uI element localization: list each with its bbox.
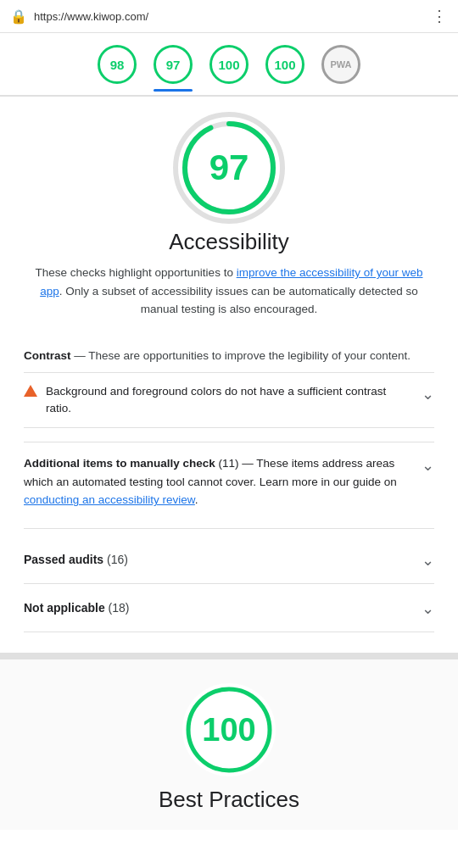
tab-seo-indicator [265,89,304,92]
performance-score-circle: 98 [98,45,137,84]
lock-icon: 🔒 [10,8,27,25]
contrast-description: — These are opportunities to improve the… [71,349,411,362]
tab-seo[interactable]: 100 [259,42,311,95]
contrast-label: Contrast [24,349,71,362]
contrast-section-header: Contrast — These are opportunities to im… [24,349,434,365]
audit-text: Background and foreground colors do not … [46,383,415,418]
manual-check-desc-end: . [195,493,198,506]
section-divider-3 [24,632,434,632]
address-bar-left: 🔒 https://www.kiwop.com/ [10,8,148,25]
audit-item-left: Background and foreground colors do not … [24,383,415,418]
pwa-score-circle: PWA [321,45,360,84]
not-applicable-chevron-icon: ⌄ [422,599,434,618]
tab-accessibility-indicator [154,89,193,92]
passed-audits-text: Passed audits (16) [24,553,128,566]
section-divider-1 [24,528,434,529]
manual-check-header: Additional items to manually check (11) … [24,454,434,509]
main-content: 97 Accessibility These checks highlight … [0,97,458,653]
menu-dots-icon[interactable]: ⋮ [432,7,448,25]
best-practices-score-circle: 100 [209,45,249,84]
manual-check-chevron-icon: ⌄ [422,456,434,475]
passed-audits-row[interactable]: Passed audits (16) ⌄ [24,536,434,583]
manual-check-count-value: (11) [219,457,239,470]
tab-best-practices[interactable]: 100 [203,42,255,95]
tab-accessibility[interactable]: 97 [147,42,199,95]
best-practices-title: Best Practices [159,787,299,813]
big-score-circle: 97 [178,117,280,219]
not-applicable-text: Not applicable (18) [24,601,129,615]
best-practices-score-circle-large: 100 [182,683,276,776]
contrast-audit-item[interactable]: Background and foreground colors do not … [24,372,434,429]
passed-audits-chevron-icon: ⌄ [422,551,434,570]
address-bar: 🔒 https://www.kiwop.com/ ⋮ [0,0,458,33]
description-text-before: These checks highlight opportunities to [36,266,237,279]
passed-audits-count-value: (16) [107,553,128,566]
manual-check-section[interactable]: Additional items to manually check (11) … [24,442,434,521]
url-text: https://www.kiwop.com/ [34,10,148,23]
manual-check-label: Additional items to manually check [24,457,215,470]
tab-performance[interactable]: 98 [91,42,143,95]
seo-score-circle: 100 [265,45,304,84]
score-tabs: 98 97 100 100 PWA [0,33,458,95]
passed-audits-label: Passed audits [24,553,103,566]
not-applicable-label: Not applicable [24,601,105,615]
accessibility-review-link[interactable]: conducting an accessibility review [24,493,195,506]
tab-performance-indicator [98,89,137,92]
chevron-down-icon: ⌄ [422,385,434,403]
best-practices-section: 100 Best Practices [0,653,458,830]
not-applicable-row[interactable]: Not applicable (18) ⌄ [24,584,434,632]
tab-pwa-indicator [321,89,360,92]
tab-best-practices-indicator [209,89,249,92]
warning-triangle-icon [24,385,37,397]
section-title: Accessibility [169,229,289,255]
score-display: 97 Accessibility These checks highlight … [24,117,434,336]
description-text-after: . Only a subset of accessibility issues … [59,285,418,316]
tab-pwa[interactable]: PWA [315,42,367,95]
section-description: These checks highlight opportunities to … [24,264,434,319]
not-applicable-count-value: (18) [109,601,130,615]
manual-check-title: Additional items to manually check (11) … [24,454,415,509]
accessibility-score-circle: 97 [154,45,193,84]
